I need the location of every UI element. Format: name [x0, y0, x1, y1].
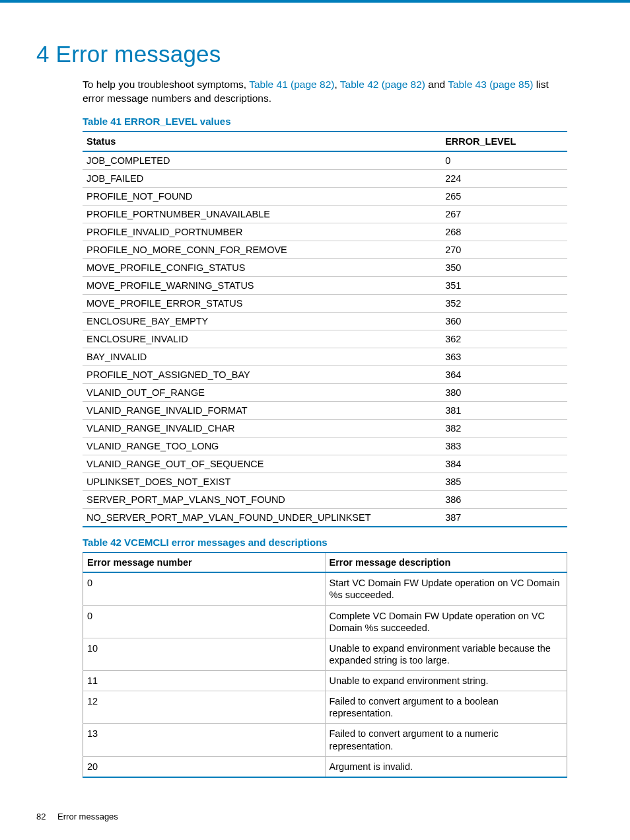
- intro-text: ,: [334, 79, 339, 90]
- table-row: VLANID_RANGE_INVALID_CHAR382: [83, 420, 567, 438]
- error-level-cell: 267: [441, 206, 567, 223]
- status-cell: PROFILE_NO_MORE_CONN_FOR_REMOVE: [83, 241, 441, 259]
- error-level-cell: 350: [441, 259, 567, 277]
- error-number-cell: 20: [83, 756, 326, 777]
- error-level-cell: 382: [441, 420, 567, 438]
- table-row: MOVE_PROFILE_CONFIG_STATUS350: [83, 259, 567, 277]
- error-level-cell: 386: [441, 491, 567, 509]
- error-level-cell: 270: [441, 241, 567, 259]
- error-description-cell: Failed to convert argument to a boolean …: [325, 691, 567, 724]
- error-level-cell: 380: [441, 384, 567, 402]
- status-cell: VLANID_RANGE_INVALID_FORMAT: [83, 402, 441, 420]
- status-cell: NO_SERVER_PORT_MAP_VLAN_FOUND_UNDER_UPLI…: [83, 509, 441, 527]
- status-cell: MOVE_PROFILE_ERROR_STATUS: [83, 295, 441, 313]
- error-level-cell: 381: [441, 402, 567, 420]
- table-row: JOB_COMPLETED0: [83, 151, 567, 170]
- table-row: SERVER_PORT_MAP_VLANS_NOT_FOUND386: [83, 491, 567, 509]
- status-cell: BAY_INVALID: [83, 348, 441, 366]
- error-level-cell: 360: [441, 313, 567, 330]
- table-row: 0Complete VC Domain FW Update operation …: [83, 605, 567, 638]
- table-row: PROFILE_NOT_FOUND265: [83, 188, 567, 206]
- footer-title: Error messages: [57, 812, 118, 821]
- table-row: PROFILE_NO_MORE_CONN_FOR_REMOVE270: [83, 241, 567, 259]
- error-level-cell: 268: [441, 223, 567, 241]
- error-level-cell: 385: [441, 473, 567, 491]
- error-level-cell: 362: [441, 330, 567, 348]
- table-41: Status ERROR_LEVEL JOB_COMPLETED0JOB_FAI…: [83, 131, 567, 527]
- table-41-header-level: ERROR_LEVEL: [441, 132, 567, 151]
- page-footer: 82 Error messages: [36, 812, 118, 821]
- error-number-cell: 0: [83, 572, 326, 605]
- table-row: 11Unable to expand environment string.: [83, 671, 567, 691]
- status-cell: SERVER_PORT_MAP_VLANS_NOT_FOUND: [83, 491, 441, 509]
- status-cell: VLANID_OUT_OF_RANGE: [83, 384, 441, 402]
- status-cell: JOB_FAILED: [83, 170, 441, 188]
- table-row: PROFILE_PORTNUMBER_UNAVAILABLE267: [83, 206, 567, 223]
- table-row: VLANID_OUT_OF_RANGE380: [83, 384, 567, 402]
- status-cell: MOVE_PROFILE_WARNING_STATUS: [83, 277, 441, 295]
- error-level-cell: 384: [441, 455, 567, 473]
- error-level-cell: 0: [441, 151, 567, 170]
- table-row: NO_SERVER_PORT_MAP_VLAN_FOUND_UNDER_UPLI…: [83, 509, 567, 527]
- page-title: 4 Error messages: [36, 41, 567, 67]
- table-row: VLANID_RANGE_INVALID_FORMAT381: [83, 402, 567, 420]
- status-cell: VLANID_RANGE_TOO_LONG: [83, 438, 441, 455]
- table-42-header-number: Error message number: [83, 553, 326, 572]
- table-42: Error message number Error message descr…: [83, 552, 567, 778]
- table-row: 10Unable to expand environment variable …: [83, 638, 567, 670]
- error-level-cell: 383: [441, 438, 567, 455]
- intro-text: To help you troubleshoot symptoms,: [83, 79, 249, 90]
- error-number-cell: 13: [83, 724, 326, 756]
- error-level-cell: 224: [441, 170, 567, 188]
- table-row: BAY_INVALID363: [83, 348, 567, 366]
- error-level-cell: 352: [441, 295, 567, 313]
- error-description-cell: Argument is invalid.: [325, 756, 567, 777]
- error-number-cell: 0: [83, 605, 326, 638]
- error-level-cell: 363: [441, 348, 567, 366]
- error-description-cell: Complete VC Domain FW Update operation o…: [325, 605, 567, 638]
- error-level-cell: 364: [441, 366, 567, 384]
- table-row: JOB_FAILED224: [83, 170, 567, 188]
- table-row: 12Failed to convert argument to a boolea…: [83, 691, 567, 724]
- error-description-cell: Unable to expand environment string.: [325, 671, 567, 691]
- link-table-43[interactable]: Table 43 (page 85): [448, 79, 533, 90]
- error-level-cell: 265: [441, 188, 567, 206]
- table-row: ENCLOSURE_BAY_EMPTY360: [83, 313, 567, 330]
- table-row: VLANID_RANGE_TOO_LONG383: [83, 438, 567, 455]
- table-42-caption: Table 42 VCEMCLI error messages and desc…: [83, 537, 567, 548]
- table-42-header-description: Error message description: [325, 553, 567, 572]
- error-level-cell: 351: [441, 277, 567, 295]
- intro-paragraph: To help you troubleshoot symptoms, Table…: [83, 78, 567, 106]
- link-table-41[interactable]: Table 41 (page 82): [249, 79, 334, 90]
- status-cell: VLANID_RANGE_OUT_OF_SEQUENCE: [83, 455, 441, 473]
- table-row: 20Argument is invalid.: [83, 756, 567, 777]
- status-cell: MOVE_PROFILE_CONFIG_STATUS: [83, 259, 441, 277]
- status-cell: PROFILE_INVALID_PORTNUMBER: [83, 223, 441, 241]
- status-cell: ENCLOSURE_INVALID: [83, 330, 441, 348]
- table-row: 0Start VC Domain FW Update operation on …: [83, 572, 567, 605]
- page-number: 82: [36, 812, 46, 821]
- error-number-cell: 12: [83, 691, 326, 724]
- table-row: VLANID_RANGE_OUT_OF_SEQUENCE384: [83, 455, 567, 473]
- error-number-cell: 11: [83, 671, 326, 691]
- error-description-cell: Unable to expand environment variable be…: [325, 638, 567, 670]
- table-row: MOVE_PROFILE_ERROR_STATUS352: [83, 295, 567, 313]
- intro-text: and: [425, 79, 448, 90]
- table-row: PROFILE_INVALID_PORTNUMBER268: [83, 223, 567, 241]
- status-cell: UPLINKSET_DOES_NOT_EXIST: [83, 473, 441, 491]
- status-cell: PROFILE_PORTNUMBER_UNAVAILABLE: [83, 206, 441, 223]
- status-cell: ENCLOSURE_BAY_EMPTY: [83, 313, 441, 330]
- table-41-header-status: Status: [83, 132, 441, 151]
- table-row: UPLINKSET_DOES_NOT_EXIST385: [83, 473, 567, 491]
- status-cell: VLANID_RANGE_INVALID_CHAR: [83, 420, 441, 438]
- error-level-cell: 387: [441, 509, 567, 527]
- table-row: 13Failed to convert argument to a numeri…: [83, 724, 567, 756]
- table-row: MOVE_PROFILE_WARNING_STATUS351: [83, 277, 567, 295]
- status-cell: PROFILE_NOT_ASSIGNED_TO_BAY: [83, 366, 441, 384]
- table-41-caption: Table 41 ERROR_LEVEL values: [83, 116, 567, 127]
- table-row: PROFILE_NOT_ASSIGNED_TO_BAY364: [83, 366, 567, 384]
- table-row: ENCLOSURE_INVALID362: [83, 330, 567, 348]
- link-table-42[interactable]: Table 42 (page 82): [340, 79, 425, 90]
- error-number-cell: 10: [83, 638, 326, 670]
- status-cell: PROFILE_NOT_FOUND: [83, 188, 441, 206]
